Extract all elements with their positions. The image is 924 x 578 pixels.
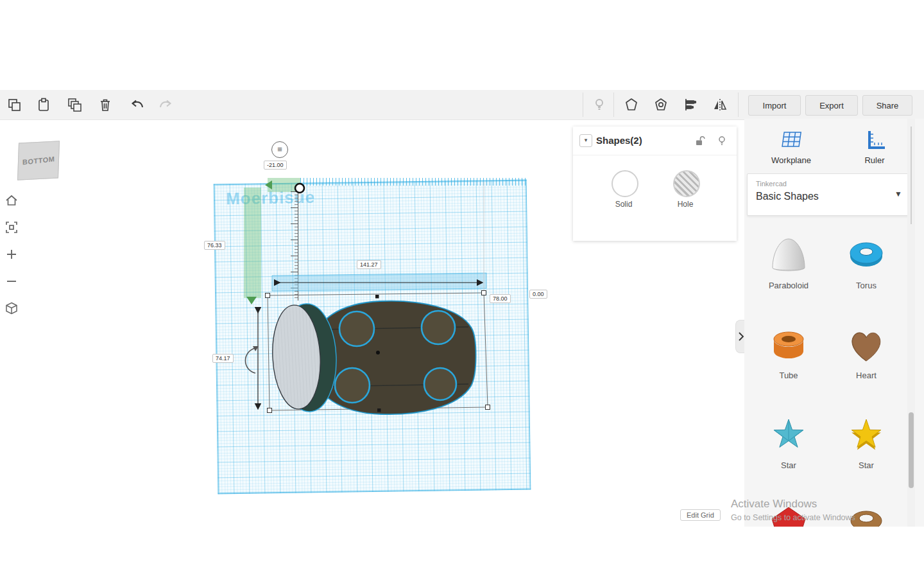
lightbulb-icon[interactable] [592, 97, 607, 112]
toolbar-divider [613, 92, 614, 117]
solid-option-label: Solid [598, 200, 649, 209]
dim-ruler-height-field[interactable]: 76.33 [204, 241, 225, 250]
shape-label: Heart [835, 371, 897, 380]
solid-option[interactable] [612, 170, 638, 197]
workplane-icon [778, 128, 804, 153]
shape-label: Star [758, 460, 819, 470]
ruler-tool[interactable]: Ruler [843, 128, 907, 165]
tinkercad-app: Import Export Share BOTTOM Moerbisue ≡ 1… [0, 0, 924, 578]
mirror-icon[interactable] [712, 97, 728, 112]
delete-icon[interactable] [98, 97, 113, 112]
unlock-icon[interactable] [694, 135, 706, 146]
perspective-icon[interactable] [4, 301, 19, 315]
ruler-highlight-vertical[interactable] [244, 188, 261, 298]
paraboloid-icon [768, 234, 809, 276]
dim-elevation-field[interactable]: 78.00 [490, 294, 511, 303]
zoom-in-icon[interactable] [4, 247, 19, 261]
shape-label: Paraboloid [758, 281, 819, 290]
star-blue-icon [768, 414, 809, 455]
inspector-header: ▾ Shapes(2) [573, 127, 737, 155]
import-button[interactable]: Import [748, 95, 801, 116]
shape-category-dropdown[interactable]: Tinkercad Basic Shapes ▼ [747, 173, 912, 216]
lightbulb-icon[interactable] [716, 135, 728, 146]
shape-label: Star [835, 460, 897, 470]
toolbar-divider [583, 92, 583, 117]
ruler-menu-icon[interactable]: ≡ [271, 141, 288, 158]
ruler-tickmarks-vertical [287, 191, 298, 301]
ungroup-icon[interactable] [653, 97, 669, 112]
undo-icon[interactable] [130, 97, 145, 112]
chevron-down-icon: ▼ [894, 189, 902, 198]
star-yellow-icon [846, 414, 887, 455]
hole-option[interactable] [673, 170, 700, 197]
paste-icon[interactable] [36, 97, 51, 112]
group-icon[interactable] [624, 97, 639, 112]
ruler-tickmarks-horizontal [300, 178, 526, 186]
shapes-sidebar: Workplane Ruler Tinkercad Basic Shapes ▼… [744, 119, 924, 527]
ruler-highlight-horizontal[interactable] [268, 178, 300, 192]
ruler-arrow-down-icon[interactable] [246, 297, 257, 304]
dim-depth-field[interactable]: 74.17 [212, 354, 234, 363]
align-icon[interactable] [683, 97, 698, 112]
sidebar-scrollbar-thumb[interactable] [909, 412, 914, 488]
shape-label: Torus [835, 281, 897, 290]
shape-tube[interactable]: Tube [758, 324, 819, 380]
export-button[interactable]: Export [805, 95, 858, 116]
dim-ruler-offset-field[interactable]: -21.00 [264, 161, 287, 170]
dim-zero-field[interactable]: 0.00 [529, 290, 547, 299]
page-scrollbar-thumb[interactable] [911, 127, 912, 224]
shape-torus[interactable]: Torus [835, 234, 897, 290]
category-label: Basic Shapes [756, 191, 819, 202]
activate-windows-text: Activate Windows [731, 498, 817, 511]
shape-star-yellow[interactable]: Star [835, 414, 897, 470]
copy-icon[interactable] [6, 97, 22, 112]
fit-view-icon[interactable] [4, 220, 19, 234]
duplicate-icon[interactable] [67, 97, 82, 112]
home-icon[interactable] [4, 193, 19, 207]
shape-heart[interactable]: Heart [835, 324, 897, 380]
activate-windows-subtext: Go to Settings to activate Windows [731, 513, 855, 522]
heart-icon [846, 324, 887, 365]
toolbar-divider [738, 92, 739, 117]
shape-inspector-panel: ▾ Shapes(2) Solid Hole [573, 127, 737, 241]
toolbar: Import Export Share [0, 90, 924, 120]
zoom-out-icon[interactable] [4, 274, 19, 288]
ruler-icon [862, 128, 887, 153]
redo-icon[interactable] [158, 97, 173, 112]
torus-icon [846, 234, 887, 276]
inspector-title: Shapes(2) [596, 135, 642, 146]
edit-grid-button[interactable]: Edit Grid [680, 509, 721, 521]
workplane-label: Workplane [759, 155, 823, 165]
view-cube[interactable]: BOTTOM [17, 141, 60, 180]
ruler-label: Ruler [843, 155, 907, 165]
view-cube-label: BOTTOM [22, 155, 55, 166]
share-button[interactable]: Share [862, 95, 912, 116]
shape-star-blue[interactable]: Star [758, 414, 819, 470]
brand-label: Tinkercad [756, 180, 787, 188]
dim-width-field[interactable]: 141.27 [357, 260, 381, 269]
workplane-tool[interactable]: Workplane [759, 128, 823, 165]
hole-option-label: Hole [660, 200, 711, 209]
shape-label: Tube [758, 371, 819, 380]
dropdown-chevron-icon[interactable]: ▾ [579, 134, 592, 147]
ruler-arrow-left-icon[interactable] [265, 180, 272, 189]
tube-icon [768, 324, 809, 365]
shape-paraboloid[interactable]: Paraboloid [758, 234, 819, 290]
